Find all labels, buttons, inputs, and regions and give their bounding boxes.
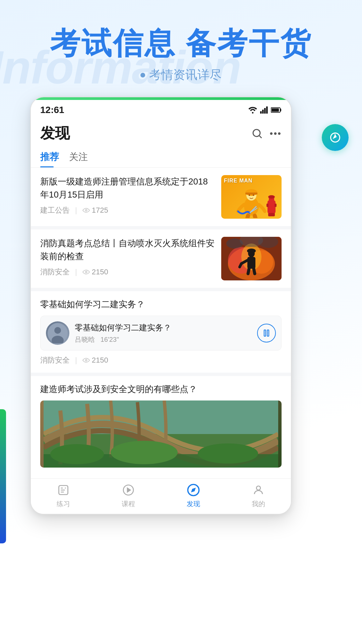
article-row-1: 新版一级建造师注册管理信息系统定于2018年10月15日启用 建工公告 | 17… [40, 175, 282, 219]
nav-label-profile: 我的 [252, 499, 265, 508]
hero-subtitle-text: 考情资讯详尽 [149, 67, 222, 83]
article-category-2: 消防安全 [40, 267, 70, 277]
video-card[interactable]: 零基础如何学习二建实务？ 吕晓晗 16'23" [40, 316, 282, 351]
article-views-1: 1725 [82, 206, 108, 215]
article-category-1: 建工公告 [40, 205, 70, 215]
profile-icon [251, 483, 266, 497]
meta-divider-2: | [75, 268, 77, 276]
nav-label-course: 课程 [122, 499, 135, 508]
svg-point-45 [198, 443, 258, 464]
floating-compass-button[interactable] [322, 124, 349, 151]
video-section: 零基础如何学习二建实务？ 零基础如何学习二建实务？ 吕晓晗 [31, 291, 291, 373]
video-category: 消防安全 [40, 355, 70, 365]
article-title-1: 新版一级建造师注册管理信息系统定于2018年10月15日启用 [40, 175, 216, 201]
svg-point-43 [50, 444, 104, 464]
svg-point-8 [253, 129, 260, 137]
svg-point-9 [85, 210, 87, 211]
video-author: 吕晓晗 16'23" [75, 335, 252, 344]
svg-point-35 [54, 327, 61, 334]
nav-item-discover[interactable]: 发现 [161, 483, 226, 508]
video-avatar [46, 321, 69, 345]
fireman-label: FIRE MAN [224, 178, 252, 184]
video-pause-button[interactable] [257, 324, 276, 342]
svg-point-14 [249, 195, 250, 196]
phone-top-gradient-bar [31, 97, 291, 100]
article-item-1[interactable]: 新版一级建造师注册管理信息系统定于2018年10月15日启用 建工公告 | 17… [31, 168, 291, 226]
svg-point-20 [268, 195, 275, 199]
svg-point-44 [111, 441, 178, 464]
svg-rect-38 [267, 330, 269, 336]
svg-rect-3 [264, 108, 266, 114]
nav-item-exercise[interactable]: 练习 [31, 483, 96, 508]
status-bar: 12:61 [31, 100, 291, 118]
bottom-navigation: 练习 课程 发现 [31, 478, 291, 514]
svg-marker-48 [127, 488, 130, 492]
svg-point-22 [85, 271, 87, 273]
svg-point-50 [256, 486, 260, 490]
article-views-2: 2150 [82, 268, 108, 276]
phone-frame: 12:61 [30, 97, 292, 515]
app-header: 发现 ••• [31, 118, 291, 147]
video-title: 零基础如何学习二建实务？ [75, 322, 252, 333]
tab-recommend[interactable]: 推荐 [40, 147, 66, 167]
article-thumbnail-1: FIRE MAN [221, 175, 282, 219]
nav-item-profile[interactable]: 我的 [226, 483, 291, 508]
article-meta-1: 建工公告 | 1725 [40, 205, 216, 215]
subtitle-dot [140, 73, 145, 77]
svg-rect-16 [267, 200, 276, 214]
wifi-icon [248, 106, 257, 114]
svg-point-15 [253, 195, 254, 196]
video-meta: 消防安全 | 2150 [40, 355, 282, 365]
svg-rect-17 [266, 204, 268, 207]
hero-title: 考试信息 备考干货 [20, 27, 342, 60]
svg-rect-2 [262, 110, 264, 114]
nav-item-course[interactable]: 课程 [96, 483, 161, 508]
nav-label-exercise: 练习 [57, 499, 70, 508]
article-large[interactable]: 建造师考试涉及到安全文明的有哪些点？ [31, 376, 291, 475]
nav-label-discover: 发现 [187, 499, 200, 508]
svg-point-39 [85, 360, 87, 361]
header-actions: ••• [251, 127, 282, 140]
side-gradient-bar [0, 409, 6, 543]
tab-bar: 推荐 关注 [31, 147, 291, 168]
svg-rect-21 [268, 213, 275, 216]
svg-rect-37 [264, 330, 266, 336]
article-row-2: 消防真题考点总结丨自动喷水灭火系统组件安装前的检查 消防安全 | 2150 [40, 237, 282, 280]
eye-icon-2 [82, 269, 90, 275]
meta-divider-1: | [75, 206, 77, 215]
large-article-image [40, 400, 282, 468]
app-title: 发现 [40, 123, 70, 143]
eye-icon-1 [82, 208, 90, 213]
content-area: 新版一级建造师注册管理信息系统定于2018年10月15日启用 建工公告 | 17… [31, 168, 291, 475]
large-article-title: 建造师考试涉及到安全文明的有哪些点？ [40, 383, 282, 395]
signal-icon [260, 106, 268, 114]
svg-rect-4 [266, 106, 268, 114]
eye-icon-3 [82, 358, 90, 363]
article-thumbnail-2 [221, 237, 282, 280]
svg-rect-13 [245, 193, 257, 195]
hero-subtitle: 考情资讯详尽 [20, 67, 342, 83]
exercise-icon [56, 483, 71, 497]
article-title-2: 消防真题考点总结丨自动喷水灭火系统组件安装前的检查 [40, 237, 216, 263]
svg-rect-30 [247, 257, 255, 269]
video-views: 2150 [82, 356, 108, 365]
video-info: 零基础如何学习二建实务？ 吕晓晗 16'23" [75, 322, 252, 344]
svg-point-29 [247, 249, 256, 253]
svg-rect-1 [260, 111, 262, 114]
hero-section: 考试信息 备考干货 考情资讯详尽 [0, 0, 362, 97]
article-text-1: 新版一级建造师注册管理信息系统定于2018年10月15日启用 建工公告 | 17… [40, 175, 216, 215]
svg-point-0 [252, 112, 254, 114]
status-icons [248, 106, 282, 114]
more-icon[interactable]: ••• [270, 128, 282, 139]
svg-rect-7 [272, 108, 279, 112]
search-icon[interactable] [251, 127, 263, 140]
svg-rect-6 [280, 109, 281, 111]
status-time: 12:61 [40, 105, 64, 115]
phone-mockup: 12:61 [30, 97, 292, 515]
video-question: 零基础如何学习二建实务？ [40, 299, 282, 310]
discover-icon [186, 483, 201, 497]
course-icon [121, 483, 136, 497]
article-item-2[interactable]: 消防真题考点总结丨自动喷水灭火系统组件安装前的检查 消防安全 | 2150 [31, 229, 291, 288]
svg-rect-18 [275, 204, 277, 207]
tab-follow[interactable]: 关注 [69, 147, 95, 167]
